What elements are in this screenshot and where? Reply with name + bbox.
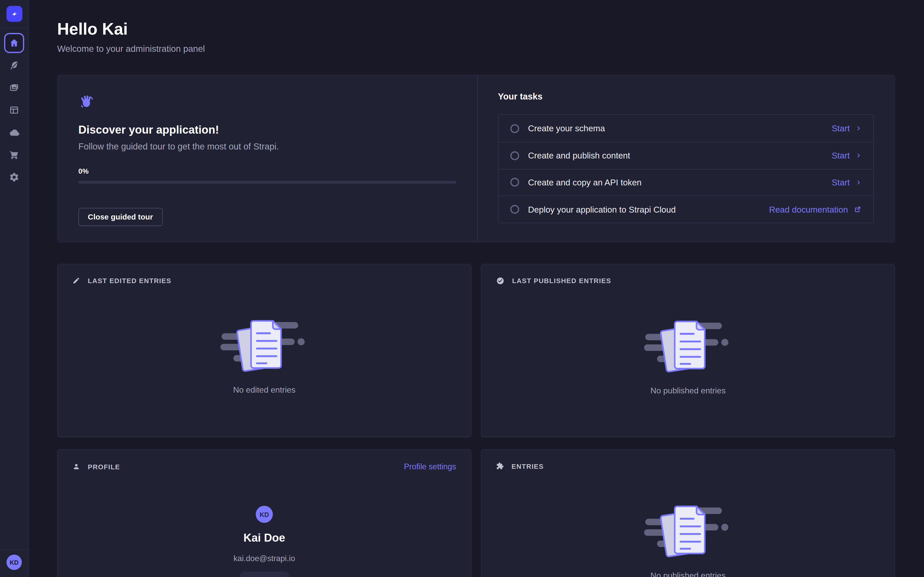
task-status-circle-icon [510, 178, 519, 187]
chevron-right-icon [856, 126, 862, 131]
strapi-logo[interactable] [6, 6, 22, 22]
sidebar-item-media-library[interactable] [4, 78, 24, 98]
task-row-api-token: Create and copy an API token Start [498, 169, 873, 196]
sidebar-footer: KD [0, 549, 28, 577]
user-avatar-initials: KD [10, 559, 19, 566]
sidebar-item-content-type-builder[interactable] [4, 100, 24, 120]
guided-tour-card: Discover your application! Follow the gu… [58, 76, 477, 242]
tour-subtitle: Follow the guided tour to get the most o… [78, 141, 456, 151]
sidebar-divider [0, 28, 29, 28]
task-status-circle-icon [510, 124, 519, 132]
task-status-circle-icon [510, 151, 519, 160]
profile-settings-link[interactable]: Profile settings [404, 463, 456, 471]
pencil-icon [73, 277, 80, 285]
entries-card: ENTRIES No published entries [481, 449, 895, 577]
page-subtitle: Welcome to your administration panel [57, 44, 895, 53]
layout-icon [9, 105, 19, 115]
task-label: Create your schema [528, 124, 823, 133]
sidebar-item-cloud[interactable] [4, 122, 24, 143]
your-tasks-card: Your tasks Create your schema Start [478, 76, 895, 242]
sidebar-nav [4, 33, 24, 187]
last-published-entries-card: LAST PUBLISHED ENTRIES No published entr… [481, 264, 895, 437]
task-status-circle-icon [510, 205, 519, 214]
main-content: Hello Kai Welcome to your administration… [29, 0, 924, 577]
puzzle-piece-icon [496, 463, 504, 470]
settings-gear-icon [9, 172, 19, 182]
empty-state-text: No edited entries [233, 385, 296, 395]
external-link-icon [854, 205, 862, 213]
sidebar-divider [0, 549, 29, 550]
widgets-grid: LAST EDITED ENTRIES No edited entries [57, 264, 895, 577]
user-avatar[interactable]: KD [6, 555, 22, 570]
close-guided-tour-button[interactable]: Close guided tour [78, 208, 162, 226]
empty-state-text: No published entries [650, 571, 725, 577]
task-start-link[interactable]: Start [832, 151, 861, 160]
task-row-deploy-cloud: Deploy your application to Strapi Cloud … [498, 196, 873, 222]
empty-documents-illustration [220, 314, 309, 376]
profile-card: PROFILE Profile settings KD Kai Doe kai.… [57, 449, 472, 577]
page-title: Hello Kai [57, 20, 895, 39]
task-row-create-schema: Create your schema Start [498, 115, 873, 142]
task-label: Create and copy an API token [528, 178, 823, 187]
task-row-publish-content: Create and publish content Start [498, 142, 873, 169]
sidebar-item-home[interactable] [4, 33, 24, 53]
waving-hand-icon [78, 93, 94, 109]
empty-state-text: No published entries [650, 386, 725, 395]
task-start-link[interactable]: Start [832, 124, 861, 133]
last-edited-entries-card: LAST EDITED ENTRIES No edited entries [57, 264, 472, 437]
check-circle-icon [496, 277, 504, 285]
main-navigation-sidebar: KD [0, 0, 29, 577]
chevron-right-icon [856, 153, 862, 158]
cloud-icon [8, 127, 20, 138]
task-action-label: Start [832, 151, 850, 160]
task-label: Create and publish content [528, 151, 823, 160]
card-title: LAST EDITED ENTRIES [88, 277, 171, 284]
chevron-right-icon [856, 179, 862, 185]
empty-documents-illustration [644, 314, 732, 376]
profile-name: Kai Doe [244, 532, 285, 545]
task-action-label: Read documentation [769, 205, 848, 214]
profile-avatar-initials: KD [260, 511, 269, 518]
tasks-title: Your tasks [498, 91, 874, 101]
task-start-link[interactable]: Start [832, 178, 861, 187]
strapi-logo-icon [10, 10, 18, 18]
task-action-label: Start [832, 124, 850, 133]
card-title: LAST PUBLISHED ENTRIES [512, 277, 611, 285]
feather-icon [9, 60, 19, 71]
tour-progress-label: 0% [78, 167, 456, 176]
person-icon [73, 463, 80, 471]
card-title: PROFILE [88, 463, 120, 470]
profile-avatar: KD [256, 506, 273, 523]
sidebar-item-settings[interactable] [4, 167, 24, 187]
tour-title: Discover your application! [78, 124, 456, 137]
profile-role-badge [239, 572, 289, 577]
media-library-icon [9, 82, 19, 93]
sidebar-item-marketplace[interactable] [4, 145, 24, 165]
task-label: Deploy your application to Strapi Cloud [528, 205, 760, 214]
marketplace-cart-icon [9, 150, 19, 160]
tour-progress-bar [78, 181, 456, 184]
tasks-list: Create your schema Start Create and publ… [498, 114, 874, 223]
guided-tour-panel: Discover your application! Follow the gu… [57, 75, 895, 243]
home-icon [9, 38, 19, 48]
card-title: ENTRIES [512, 463, 544, 470]
profile-email: kai.doe@strapi.io [234, 554, 295, 563]
strapi-admin-homepage: KD Hello Kai Welcome to your administrat… [0, 0, 924, 577]
task-read-documentation-link[interactable]: Read documentation [769, 205, 862, 214]
task-action-label: Start [832, 178, 850, 187]
sidebar-item-content-manager[interactable] [4, 55, 24, 76]
empty-documents-illustration [644, 499, 732, 561]
